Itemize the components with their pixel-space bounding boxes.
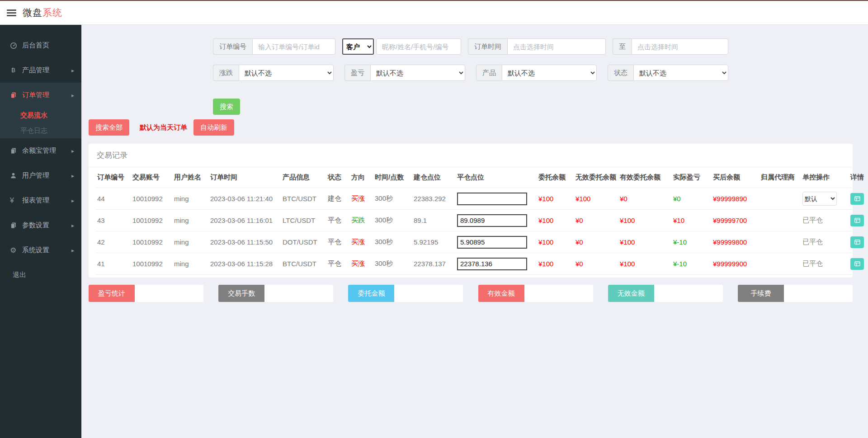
cell-username: ming	[172, 210, 208, 231]
customer-select[interactable]: 客户	[342, 38, 374, 55]
column-header: 委托余额	[537, 167, 574, 188]
filter-group-order-id: 订单编号	[213, 38, 335, 55]
cell-control: 已平仓	[801, 210, 849, 231]
close-point-input[interactable]	[457, 258, 527, 270]
search-button[interactable]: 搜索	[213, 99, 240, 115]
sidebar-item-products-label: 产品管理	[22, 66, 49, 75]
cell-duration: 300秒	[373, 188, 412, 210]
cell-actual-pl: ¥10	[671, 210, 711, 231]
stat-profit-value	[135, 285, 203, 302]
control-select[interactable]: 默认	[802, 192, 837, 206]
sidebar-item-reports-label: 报表管理	[22, 196, 49, 205]
cell-balance-after: ¥99999700	[711, 210, 759, 231]
brand-text-dark: 微盘	[23, 7, 42, 18]
stat-lots-label: 交易手数	[218, 285, 264, 302]
stat-profit-label: 盈亏统计	[89, 285, 135, 302]
cell-username: ming	[172, 231, 208, 253]
sidebar-item-users[interactable]: 用户管理▸	[0, 163, 81, 188]
table-icon	[854, 195, 861, 202]
cell-close-point	[455, 231, 537, 253]
profit-select[interactable]: 默认不选	[370, 65, 465, 81]
sidebar-item-products[interactable]: 产品管理▸	[0, 58, 81, 83]
sidebar-item-yuebao-label: 余额宝管理	[22, 146, 56, 155]
customer-input[interactable]	[376, 38, 461, 55]
cell-valid-entrust: ¥100	[618, 253, 671, 275]
order-time-end-input[interactable]	[632, 38, 728, 55]
sidebar-nav: 后台首页产品管理▸订单管理▸交易流水平仓日志余额宝管理▸用户管理▸¥报表管理▸参…	[0, 25, 81, 263]
sidebar-item-system[interactable]: ⚙系统设置▸	[0, 238, 81, 263]
cell-valid-entrust: ¥100	[618, 231, 671, 253]
stat-valid-value	[524, 285, 593, 302]
files-icon	[10, 222, 22, 229]
sidebar-item-yuebao[interactable]: 余额宝管理▸	[0, 138, 81, 163]
filter-area: 订单编号客户订单时间至 涨跌默认不选盈亏默认不选产品默认不选状态默认不选 搜索	[213, 38, 728, 115]
cell-detail	[849, 188, 868, 210]
files-icon	[10, 147, 22, 154]
close-point-input[interactable]	[457, 193, 527, 205]
order-id-input[interactable]	[252, 38, 335, 55]
menu-toggle-icon[interactable]	[7, 9, 16, 16]
cell-invalid-entrust: ¥0	[574, 253, 618, 275]
app-logo[interactable]: 微盘系统	[23, 6, 62, 19]
sidebar-item-logout[interactable]: 退出	[0, 263, 81, 287]
column-header: 归属代理商	[759, 167, 801, 188]
close-point-input[interactable]	[457, 236, 527, 249]
sidebar-item-close-log[interactable]: 平仓日志	[0, 123, 81, 138]
sidebar-item-system-label: 系统设置	[22, 246, 49, 254]
status-label: 状态	[608, 65, 633, 81]
updown-select[interactable]: 默认不选	[239, 65, 334, 81]
cell-order-time: 2023-03-06 11:16:01	[208, 210, 281, 231]
cell-close-point	[455, 253, 537, 275]
auto-refresh-button[interactable]: 自动刷新	[193, 119, 234, 136]
main-content: 订单编号客户订单时间至 涨跌默认不选盈亏默认不选产品默认不选状态默认不选 搜索 …	[81, 25, 868, 302]
sidebar-item-orders[interactable]: 订单管理▸	[0, 83, 81, 108]
column-header: 订单时间	[208, 167, 281, 188]
sidebar-item-reports[interactable]: ¥报表管理▸	[0, 188, 81, 213]
cell-status: 平仓	[326, 231, 349, 253]
cell-invalid-entrust: ¥100	[574, 188, 618, 210]
table-icon	[854, 217, 861, 224]
sidebar-item-params[interactable]: 参数设置▸	[0, 213, 81, 238]
cell-valid-entrust: ¥0	[618, 188, 671, 210]
cell-balance-after: ¥99999800	[711, 231, 759, 253]
sidebar-item-trade-flow[interactable]: 交易流水	[0, 108, 81, 123]
detail-button[interactable]	[850, 258, 864, 270]
chevron-right-icon: ▸	[71, 247, 74, 254]
status-select[interactable]: 默认不选	[633, 65, 728, 81]
stat-invalid: 无效金额	[608, 285, 723, 302]
detail-button[interactable]	[850, 193, 864, 205]
trade-records-panel: 交易记录 订单编号交易账号用户姓名订单时间产品信息状态方向时间/点数建仓点位平仓…	[89, 144, 853, 278]
search-all-button[interactable]: 搜索全部	[89, 119, 129, 136]
product-select[interactable]: 默认不选	[502, 65, 597, 81]
sidebar-item-params-label: 参数设置	[22, 221, 49, 230]
cell-entrust-balance: ¥100	[537, 188, 574, 210]
records-table: 订单编号交易账号用户姓名订单时间产品信息状态方向时间/点数建仓点位平仓点位委托余…	[95, 167, 868, 275]
order-time-start-input[interactable]	[507, 38, 606, 55]
product-label: 产品	[476, 65, 502, 81]
detail-button[interactable]	[850, 236, 864, 248]
cell-valid-entrust: ¥100	[618, 210, 671, 231]
table-body: 4410010992ming2023-03-06 11:21:40BTC/USD…	[95, 188, 868, 275]
sidebar: 后台首页产品管理▸订单管理▸交易流水平仓日志余额宝管理▸用户管理▸¥报表管理▸参…	[0, 25, 81, 438]
topbar: 微盘系统	[0, 1, 868, 25]
cell-detail	[849, 231, 868, 253]
yen-icon: ¥	[10, 197, 22, 204]
column-header: 订单编号	[95, 167, 131, 188]
cell-entrust-balance: ¥100	[537, 210, 574, 231]
order-id-label: 订单编号	[213, 38, 252, 55]
filter-group-customer: 客户	[342, 38, 461, 55]
chevron-right-icon: ▸	[71, 92, 74, 99]
user-icon	[10, 172, 22, 179]
cell-duration: 300秒	[373, 253, 412, 275]
close-point-input[interactable]	[457, 214, 527, 227]
stat-lots-value	[264, 285, 333, 302]
sidebar-item-home[interactable]: 后台首页	[0, 33, 81, 58]
stat-entrust: 委托金额	[348, 285, 463, 302]
stat-valid-label: 有效金额	[478, 285, 524, 302]
cell-product: LTC/USDT	[281, 210, 326, 231]
cell-balance-after: ¥99999890	[711, 188, 759, 210]
detail-button[interactable]	[850, 215, 864, 226]
chevron-right-icon: ▸	[71, 67, 74, 74]
cell-agent	[759, 253, 801, 275]
cell-account: 10010992	[131, 210, 172, 231]
